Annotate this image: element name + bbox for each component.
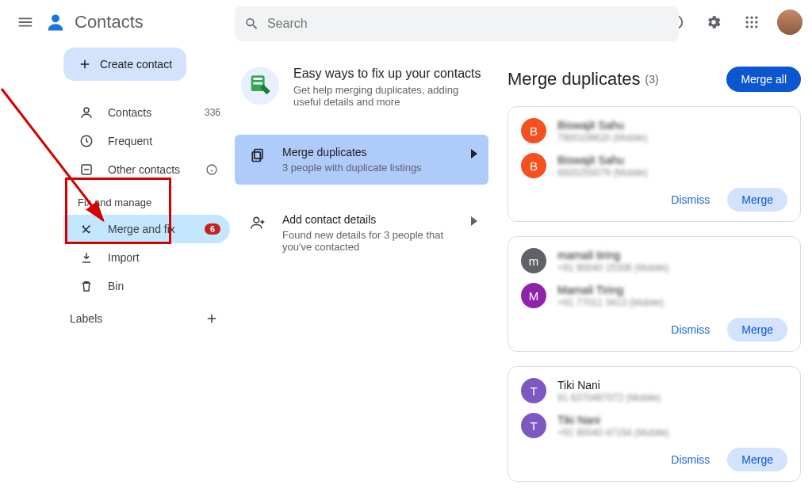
- sidebar-item-contacts[interactable]: Contacts 336: [63, 98, 230, 127]
- fix-panel-title: Easy ways to fix up your contacts: [293, 67, 481, 81]
- trash-icon: [78, 279, 95, 293]
- svg-point-9: [746, 25, 749, 28]
- hamburger-menu[interactable]: [6, 3, 44, 41]
- dismiss-button[interactable]: Dismiss: [661, 448, 719, 472]
- settings-icon[interactable]: [698, 6, 730, 38]
- fix-panel-sub: Get help merging duplicates, adding usef…: [293, 84, 468, 108]
- dismiss-button[interactable]: Dismiss: [661, 188, 719, 212]
- app-title: Contacts: [75, 12, 144, 32]
- duplicate-card: T Tiki Nani91 6370487072 (Mobile) T Tiki…: [508, 366, 801, 482]
- sidebar-item-frequent[interactable]: Frequent: [63, 127, 230, 155]
- avatar: T: [521, 378, 546, 403]
- svg-rect-20: [252, 152, 260, 162]
- search-bar[interactable]: [235, 6, 679, 41]
- svg-point-11: [755, 25, 757, 28]
- avatar: B: [521, 118, 546, 143]
- svg-point-7: [750, 21, 753, 23]
- fix-illustration: [241, 67, 279, 105]
- svg-point-4: [750, 17, 753, 19]
- create-contact-label: Create contact: [100, 58, 172, 71]
- svg-point-6: [746, 21, 749, 23]
- annotation-box: [65, 178, 171, 244]
- person-add-icon: [249, 213, 266, 231]
- history-icon: [78, 134, 95, 148]
- merge-button[interactable]: Merge: [727, 318, 787, 342]
- action-merge-duplicates[interactable]: Merge duplicates 3 people with duplicate…: [235, 135, 488, 185]
- archive-icon: [78, 162, 95, 177]
- merge-button[interactable]: Merge: [727, 448, 787, 472]
- avatar: T: [521, 413, 546, 438]
- download-icon: [78, 250, 95, 265]
- merge-button[interactable]: Merge: [727, 188, 787, 212]
- duplicate-card: m mamali tiring+91 90040 15306 (Mobile) …: [508, 236, 801, 352]
- plus-icon: [78, 57, 92, 71]
- svg-point-21: [254, 217, 259, 223]
- svg-rect-18: [254, 82, 262, 85]
- avatar: m: [521, 248, 546, 273]
- sidebar-item-import[interactable]: Import: [63, 243, 230, 272]
- svg-point-8: [755, 21, 757, 23]
- info-icon[interactable]: [203, 163, 220, 176]
- duplicate-card: B Biswajit Sahu7900108620 (Mobile) B Bis…: [508, 106, 801, 222]
- svg-point-3: [746, 17, 749, 19]
- avatar: M: [521, 283, 546, 308]
- dismiss-button[interactable]: Dismiss: [661, 318, 719, 342]
- svg-point-0: [52, 14, 59, 22]
- duplicates-title: Merge duplicates: [508, 69, 641, 90]
- apps-icon[interactable]: [736, 6, 768, 38]
- person-icon: [78, 105, 95, 120]
- plus-icon[interactable]: [205, 311, 219, 326]
- svg-point-10: [750, 25, 753, 28]
- svg-point-5: [755, 17, 757, 19]
- fix-panel-header: Easy ways to fix up your contacts Get he…: [235, 49, 488, 116]
- action-add-contact-details[interactable]: Add contact details Found new details fo…: [235, 202, 488, 264]
- create-contact-button[interactable]: Create contact: [63, 48, 186, 81]
- search-icon: [244, 16, 259, 32]
- chevron-right-icon: [471, 216, 477, 226]
- avatar: B: [521, 153, 546, 178]
- search-input[interactable]: [267, 17, 669, 31]
- merge-all-button[interactable]: Merge all: [726, 67, 801, 92]
- svg-rect-17: [254, 78, 262, 80]
- merge-fix-badge: 6: [205, 223, 220, 235]
- account-avatar[interactable]: [777, 10, 802, 35]
- sidebar-item-bin[interactable]: Bin: [63, 272, 230, 300]
- chevron-right-icon: [471, 149, 477, 158]
- svg-rect-19: [255, 150, 262, 159]
- sidebar-labels-header[interactable]: Labels: [63, 311, 230, 326]
- copy-icon: [249, 146, 266, 163]
- duplicates-count: (3): [645, 73, 659, 86]
- svg-point-12: [84, 108, 89, 113]
- app-logo: Contacts: [44, 11, 144, 33]
